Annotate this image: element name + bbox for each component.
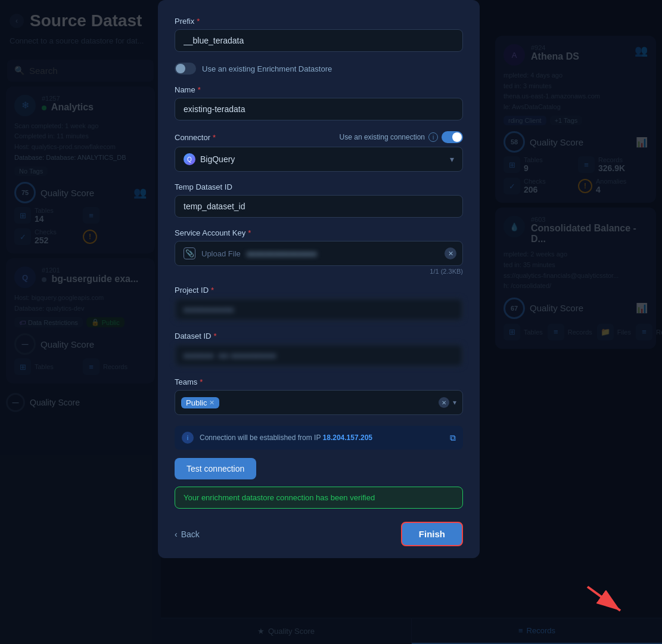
prefix-required: * xyxy=(197,17,200,26)
toggle-knob xyxy=(176,64,185,73)
dataset-id-label: Dataset ID * xyxy=(175,332,463,340)
back-link[interactable]: ‹ Back xyxy=(175,530,200,539)
enrichment-toggle[interactable] xyxy=(175,63,196,75)
select-arrow-icon: ▾ xyxy=(450,154,454,164)
name-required: * xyxy=(198,85,201,94)
finish-button[interactable]: Finish xyxy=(401,522,463,546)
test-connection-button[interactable]: Test connection xyxy=(175,458,256,479)
teams-x-button[interactable]: ✕ xyxy=(439,397,449,408)
upload-icon: 📎 xyxy=(184,247,195,259)
toggle-label: Use an existing Enrichment Datastore xyxy=(202,64,332,73)
upload-label: Upload File xyxy=(201,249,241,258)
project-id-required: * xyxy=(211,286,214,295)
ip-notice: i Connection will be established from IP… xyxy=(175,426,463,450)
ip-info-icon: i xyxy=(182,432,194,444)
service-account-group: Service Account Key * 📎 Upload File ●●●●… xyxy=(175,228,463,275)
project-id-group: Project ID * xyxy=(175,286,463,321)
teams-clear: ✕ ▾ xyxy=(439,397,456,408)
project-id-input[interactable] xyxy=(175,298,463,321)
teams-dropdown-arrow[interactable]: ▾ xyxy=(453,398,456,407)
bigquery-select-icon: Q xyxy=(184,153,195,165)
existing-conn-toggle[interactable] xyxy=(442,131,463,143)
existing-conn-knob xyxy=(452,132,462,142)
info-icon: i xyxy=(428,132,438,142)
service-account-required: * xyxy=(248,228,251,237)
name-input[interactable] xyxy=(175,98,463,120)
modal: Prefix * Use an existing Enrichment Data… xyxy=(158,0,480,558)
teams-required: * xyxy=(200,377,203,386)
connector-group: Connector * Use an existing connection i… xyxy=(175,131,463,172)
prefix-label: Prefix * xyxy=(175,17,463,26)
existing-connection-row: Use an existing connection i xyxy=(340,131,463,143)
teams-group: Teams * Public ✕ ✕ ▾ xyxy=(175,377,463,415)
teams-input[interactable]: Public ✕ ✕ ▾ xyxy=(175,390,463,415)
prefix-input[interactable] xyxy=(175,29,463,52)
service-account-label: Service Account Key * xyxy=(175,228,463,237)
prefix-group: Prefix * xyxy=(175,17,463,52)
upload-clear-button[interactable]: ✕ xyxy=(445,247,456,259)
back-chevron: ‹ xyxy=(175,530,178,539)
dataset-id-required: * xyxy=(213,332,216,340)
connector-row: Connector * Use an existing connection i xyxy=(175,131,463,143)
temp-dataset-group: Temp Dataset ID xyxy=(175,182,463,218)
svg-line-1 xyxy=(588,587,620,611)
temp-dataset-label: Temp Dataset ID xyxy=(175,182,463,191)
file-upload-area[interactable]: 📎 Upload File ●●●●●●●●●●●●●●● ✕ xyxy=(175,241,463,266)
connector-label: Connector * xyxy=(175,133,216,142)
dataset-id-input[interactable] xyxy=(175,344,463,367)
connector-select[interactable]: Q BigQuery ▾ xyxy=(175,147,463,172)
name-group: Name * xyxy=(175,85,463,120)
toggle-row: Use an existing Enrichment Datastore xyxy=(175,63,463,75)
ip-text: Connection will be established from IP 1… xyxy=(200,434,372,442)
modal-footer: ‹ Back Finish xyxy=(175,517,463,546)
red-arrow xyxy=(582,581,629,617)
file-size: 1/1 (2.3KB) xyxy=(175,268,463,275)
upload-dots: ●●●●●●●●●●●●●●● xyxy=(247,249,454,258)
connector-select-wrap: Q BigQuery ▾ xyxy=(175,147,463,172)
dataset-id-group: Dataset ID * xyxy=(175,332,463,367)
copy-ip-button[interactable]: ⧉ xyxy=(450,433,456,443)
success-message: Your enrichment datastore connection has… xyxy=(175,487,463,509)
public-team-tag: Public ✕ xyxy=(181,397,219,408)
connector-required: * xyxy=(213,133,216,142)
teams-label: Teams * xyxy=(175,377,463,386)
name-label: Name * xyxy=(175,85,463,94)
temp-dataset-input[interactable] xyxy=(175,195,463,218)
project-id-label: Project ID * xyxy=(175,286,463,295)
remove-public-tag[interactable]: ✕ xyxy=(209,399,215,407)
